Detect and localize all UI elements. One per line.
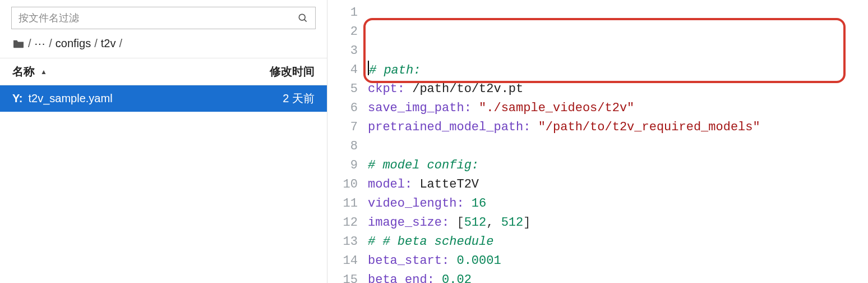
code-token: [ — [456, 216, 464, 230]
code-token — [464, 197, 472, 211]
line-number: 13 — [327, 232, 358, 252]
code-token: , — [486, 216, 501, 230]
breadcrumb-sep: / — [49, 37, 52, 50]
code-token: 512 — [464, 216, 487, 230]
line-number: 2 — [327, 22, 358, 42]
search-input[interactable] — [19, 12, 297, 24]
line-number: 1 — [327, 3, 358, 22]
file-browser-sidebar: / ··· / configs / t2v / 名称 ▲ 修改时间 Y: t2v… — [0, 0, 327, 283]
breadcrumb-sep: / — [28, 37, 31, 50]
svg-point-0 — [299, 14, 305, 20]
sort-asc-icon: ▲ — [40, 68, 47, 76]
line-number: 15 — [327, 271, 358, 283]
code-editor[interactable]: 123456789101112131415 # path:ckpt: /path… — [327, 0, 868, 283]
code-token: : — [456, 197, 464, 211]
line-number: 11 — [327, 194, 358, 213]
code-token — [449, 216, 456, 230]
search-icon — [297, 12, 308, 24]
code-token: 512 — [501, 216, 524, 230]
breadcrumb-segment-configs[interactable]: configs — [56, 37, 91, 50]
code-token — [472, 101, 479, 115]
code-token: "./sample_videos/t2v" — [479, 101, 634, 115]
yaml-file-icon: Y: — [12, 92, 23, 105]
code-line[interactable]: beta_start: 0.0001 — [367, 252, 868, 271]
column-name-label: 名称 — [12, 64, 35, 79]
code-token: video_length — [368, 197, 456, 211]
code-token: ] — [523, 216, 530, 230]
column-name[interactable]: 名称 ▲ — [12, 64, 236, 79]
code-token: model — [368, 177, 405, 191]
line-number: 8 — [327, 137, 358, 156]
line-number: 4 — [327, 61, 358, 80]
breadcrumb-sep: / — [94, 37, 98, 50]
line-number-gutter: 123456789101112131415 — [327, 3, 367, 283]
line-number: 3 — [327, 42, 358, 61]
code-token — [435, 273, 442, 283]
file-list-header: 名称 ▲ 修改时间 — [0, 58, 327, 85]
search-wrap — [0, 0, 327, 35]
code-token: # model config: — [368, 158, 479, 172]
code-line[interactable]: image_size: [512, 512] — [367, 213, 868, 232]
code-token: : — [442, 216, 449, 230]
code-line[interactable]: # model config: — [367, 156, 868, 175]
code-line[interactable]: # # beta schedule — [367, 232, 868, 252]
file-row[interactable]: Y: t2v_sample.yaml 2 天前 — [0, 85, 327, 112]
code-token: : — [442, 254, 449, 268]
code-line[interactable]: beta_end: 0.02 — [367, 271, 868, 283]
line-number: 7 — [327, 118, 358, 137]
code-token: save_img_path — [368, 101, 464, 115]
code-token: : — [464, 101, 472, 115]
column-modified[interactable]: 修改时间 — [236, 64, 315, 79]
code-token: ckpt — [368, 82, 398, 96]
code-token: beta_start — [368, 254, 442, 268]
code-line[interactable]: model: LatteT2V — [367, 175, 868, 194]
column-modified-label: 修改时间 — [270, 65, 315, 77]
code-token: # path: — [369, 63, 421, 77]
code-line[interactable]: pretrained_model_path: "/path/to/t2v_req… — [367, 118, 868, 137]
line-number: 14 — [327, 252, 358, 271]
code-line[interactable]: video_length: 16 — [367, 194, 868, 213]
code-token: "/path/to/t2v_required_models" — [538, 120, 760, 134]
breadcrumb[interactable]: / ··· / configs / t2v / — [0, 35, 327, 58]
code-token: : — [405, 177, 412, 191]
code-token: pretrained_model_path — [368, 120, 523, 134]
code-token — [449, 254, 456, 268]
file-modified: 2 天前 — [236, 91, 315, 106]
line-number: 12 — [327, 213, 358, 232]
breadcrumb-ellipsis[interactable]: ··· — [35, 37, 46, 50]
code-content[interactable]: # path:ckpt: /path/to/t2v.ptsave_img_pat… — [367, 3, 868, 283]
code-token: image_size — [368, 216, 442, 230]
breadcrumb-segment-t2v[interactable]: t2v — [101, 37, 116, 50]
code-token: /path/to/t2v.pt — [405, 82, 523, 96]
line-number: 9 — [327, 156, 358, 175]
code-token: 0.0001 — [456, 254, 501, 268]
line-number: 5 — [327, 80, 358, 99]
code-line[interactable] — [367, 137, 868, 156]
code-token: 16 — [472, 197, 486, 211]
svg-line-1 — [304, 20, 307, 22]
search-box[interactable] — [11, 7, 316, 29]
code-line[interactable]: # path: — [367, 61, 868, 80]
code-token: : — [427, 273, 435, 283]
code-line[interactable]: save_img_path: "./sample_videos/t2v" — [367, 99, 868, 118]
breadcrumb-sep: / — [119, 37, 122, 50]
code-token: 0.02 — [442, 273, 472, 283]
code-token: beta_end — [368, 273, 427, 283]
code-token: # # beta schedule — [368, 235, 493, 249]
line-number: 10 — [327, 175, 358, 194]
code-line[interactable]: ckpt: /path/to/t2v.pt — [367, 80, 868, 99]
line-number: 6 — [327, 99, 358, 118]
code-token: : — [398, 82, 405, 96]
code-token: LatteT2V — [412, 177, 479, 191]
file-name: t2v_sample.yaml — [29, 92, 236, 105]
code-token: : — [523, 120, 530, 134]
folder-icon — [12, 39, 25, 49]
code-token — [530, 120, 538, 134]
